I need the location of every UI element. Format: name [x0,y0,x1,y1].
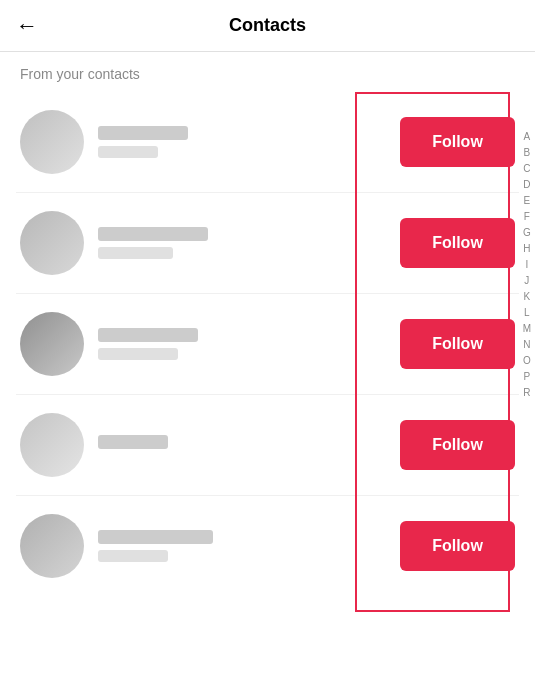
avatar [20,110,84,174]
alpha-letter[interactable]: K [523,290,530,304]
alpha-letter[interactable]: E [523,194,530,208]
alpha-letter[interactable]: R [523,386,530,400]
contacts-section: FollowFollowFollowFollowFollow [0,92,535,596]
alpha-letter[interactable]: N [523,338,530,352]
contact-name-blur [98,227,208,241]
follow-button[interactable]: Follow [400,117,515,167]
contact-name-blur [98,435,168,449]
page-title: Contacts [229,15,306,36]
avatar [20,514,84,578]
contact-item: Follow [0,294,535,394]
avatar [20,312,84,376]
contact-handle-blur [98,146,158,158]
contact-item: Follow [0,395,535,495]
contact-info [98,126,400,158]
header: ← Contacts [0,0,535,52]
follow-button[interactable]: Follow [400,218,515,268]
contact-info [98,530,400,562]
contact-name-blur [98,328,198,342]
contact-item: Follow [0,92,535,192]
contact-name-blur [98,530,213,544]
alpha-letter[interactable]: J [524,274,529,288]
contact-name-blur [98,126,188,140]
avatar [20,211,84,275]
contact-info [98,435,400,455]
avatar [20,413,84,477]
follow-button[interactable]: Follow [400,319,515,369]
alphabet-bar[interactable]: ABCDEFGHIJKLMNOPR [523,130,531,400]
follow-button[interactable]: Follow [400,420,515,470]
back-button[interactable]: ← [16,13,38,39]
alpha-letter[interactable]: M [523,322,531,336]
follow-button[interactable]: Follow [400,521,515,571]
contact-handle-blur [98,247,173,259]
contacts-list: FollowFollowFollowFollowFollow [0,92,535,596]
alpha-letter[interactable]: D [523,178,530,192]
alpha-letter[interactable]: H [523,242,530,256]
alpha-letter[interactable]: O [523,354,531,368]
subtitle: From your contacts [0,52,535,92]
alpha-letter[interactable]: L [524,306,530,320]
contact-handle-blur [98,348,178,360]
contact-info [98,328,400,360]
alpha-letter[interactable]: C [523,162,530,176]
alpha-letter[interactable]: F [524,210,530,224]
alpha-letter[interactable]: G [523,226,531,240]
alpha-letter[interactable]: B [523,146,530,160]
contact-item: Follow [0,496,535,596]
contact-item: Follow [0,193,535,293]
contact-handle-blur [98,550,168,562]
alpha-letter[interactable]: I [525,258,528,272]
contact-info [98,227,400,259]
alpha-letter[interactable]: P [523,370,530,384]
alpha-letter[interactable]: A [523,130,530,144]
